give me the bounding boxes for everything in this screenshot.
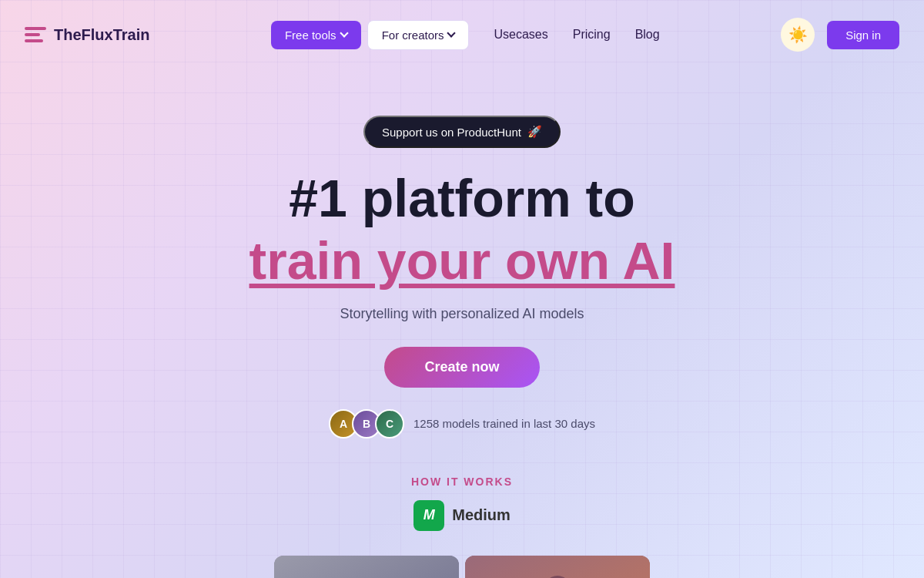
logo-icon bbox=[25, 27, 46, 42]
logo-text: TheFluxTrain bbox=[54, 26, 149, 44]
theme-toggle-button[interactable]: ☀️ bbox=[781, 18, 815, 52]
hero-title-line1: #1 platform to bbox=[289, 170, 635, 227]
preview-images-row bbox=[0, 556, 924, 578]
rocket-icon: 🚀 bbox=[527, 125, 542, 139]
svg-rect-4 bbox=[465, 556, 650, 578]
logo[interactable]: TheFluxTrain bbox=[25, 26, 149, 44]
medium-logo: M Medium bbox=[413, 500, 511, 531]
nav-links: Usecases Pricing Blog bbox=[494, 28, 659, 42]
how-it-works-label: HOW IT WORKS bbox=[0, 476, 924, 488]
social-proof-text: 1258 models trained in last 30 days bbox=[413, 417, 595, 430]
hero-title-line2: train your own AI bbox=[249, 230, 675, 291]
how-it-works-section: HOW IT WORKS M Medium bbox=[0, 476, 924, 578]
nav-right: ☀️ Sign in bbox=[781, 18, 899, 52]
medium-label: Medium bbox=[452, 506, 511, 524]
producthunt-label: Support us on ProductHunt bbox=[382, 126, 521, 139]
nav-center: Free tools For creators Usecases Pricing… bbox=[271, 20, 660, 50]
preview-image-2 bbox=[465, 556, 650, 578]
navbar: TheFluxTrain Free tools For creators Use… bbox=[0, 0, 924, 69]
chevron-down-icon bbox=[447, 29, 456, 37]
for-creators-button[interactable]: For creators bbox=[367, 20, 470, 50]
chevron-down-icon bbox=[340, 29, 348, 37]
blog-link[interactable]: Blog bbox=[635, 28, 660, 42]
hero-section: Support us on ProductHunt 🚀 #1 platform … bbox=[0, 69, 924, 439]
pricing-link[interactable]: Pricing bbox=[573, 28, 611, 42]
social-proof: A B C 1258 models trained in last 30 day… bbox=[329, 409, 595, 439]
usecases-link[interactable]: Usecases bbox=[494, 28, 547, 42]
signin-button[interactable]: Sign in bbox=[827, 21, 899, 49]
hero-subtitle: Storytelling with personalized AI models bbox=[340, 306, 584, 322]
preview-image-1 bbox=[274, 556, 459, 578]
medium-icon: M bbox=[413, 500, 444, 531]
producthunt-badge-button[interactable]: Support us on ProductHunt 🚀 bbox=[363, 116, 561, 148]
avatar-group: A B C bbox=[329, 409, 404, 439]
create-now-button[interactable]: Create now bbox=[384, 347, 539, 388]
avatar: C bbox=[375, 409, 404, 439]
svg-rect-0 bbox=[274, 556, 459, 578]
free-tools-button[interactable]: Free tools bbox=[271, 21, 361, 49]
